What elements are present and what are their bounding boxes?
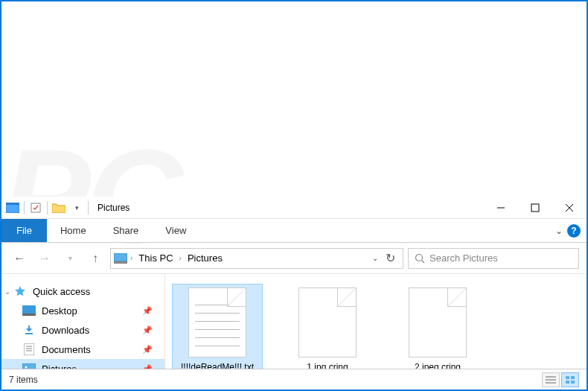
chevron-down-icon[interactable]: ⌄ — [4, 287, 10, 296]
svg-rect-1 — [6, 203, 19, 205]
file-name-label: 2.jpeg.cring — [415, 362, 461, 369]
star-icon — [13, 284, 27, 298]
svg-rect-12 — [22, 314, 36, 316]
ribbon: File Home Share View ⌄ ? — [1, 219, 587, 243]
sidebar-item-pictures[interactable]: Pictures 📌 — [1, 359, 164, 369]
titlebar: ▾ Pictures — [1, 197, 587, 219]
ribbon-expand-icon[interactable]: ⌄ — [555, 226, 563, 236]
sidebar-item-label: Quick access — [33, 286, 90, 297]
file-item[interactable]: !!!!deReadMe!!!.txt — [173, 284, 262, 369]
file-tab[interactable]: File — [1, 219, 47, 242]
svg-rect-11 — [22, 305, 36, 314]
svg-rect-39 — [571, 381, 575, 384]
pictures-icon — [22, 362, 36, 369]
folder-icon[interactable] — [51, 200, 67, 216]
location-icon — [114, 252, 127, 265]
sidebar-item-downloads[interactable]: Downloads 📌 — [1, 320, 164, 340]
item-count: 7 items — [9, 375, 38, 385]
close-button[interactable] — [552, 197, 587, 219]
minimize-button[interactable] — [484, 197, 518, 219]
file-name-label: !!!!deReadMe!!!.txt — [181, 362, 254, 369]
chevron-right-icon[interactable]: › — [178, 254, 183, 262]
desktop-icon — [22, 304, 36, 317]
forward-button[interactable]: → — [34, 248, 55, 269]
sidebar-item-documents[interactable]: Documents 📌 — [1, 340, 164, 359]
explorer-window: PC risk.com ▾ Pictures File Home — [1, 1, 587, 390]
blank-file-icon — [298, 287, 357, 357]
sidebar-quick-access[interactable]: ⌄ Quick access — [1, 282, 164, 301]
details-view-button[interactable] — [542, 372, 560, 387]
svg-rect-14 — [24, 343, 34, 355]
downloads-icon — [22, 323, 36, 337]
address-bar[interactable]: › This PC › Pictures ⌄ ↻ — [110, 248, 403, 269]
svg-line-10 — [422, 260, 425, 263]
window-title: Pictures — [98, 203, 130, 213]
explorer-app-icon[interactable] — [4, 200, 21, 216]
file-list[interactable]: !!!!deReadMe!!!.txt1.jpg.cring2.jpeg.cri… — [165, 274, 587, 369]
file-name-label: 1.jpg.cring — [307, 362, 348, 369]
icons-view-button[interactable] — [561, 372, 579, 387]
search-input[interactable] — [429, 252, 572, 264]
recent-dropdown[interactable]: ▾ — [60, 248, 80, 269]
address-row: ← → ▾ ↑ › This PC › Pictures ⌄ ↻ — [1, 243, 587, 274]
sidebar-item-label: Desktop — [42, 305, 77, 317]
svg-rect-38 — [566, 381, 569, 384]
quick-access-toolbar: ▾ — [1, 200, 93, 216]
statusbar: 7 items — [1, 369, 587, 390]
svg-rect-8 — [114, 261, 127, 264]
help-icon[interactable]: ? — [567, 224, 581, 238]
tab-home[interactable]: Home — [47, 219, 100, 242]
address-dropdown-icon[interactable]: ⌄ — [372, 254, 378, 262]
svg-point-9 — [416, 254, 423, 261]
blank-file-icon — [409, 287, 467, 357]
svg-rect-36 — [566, 376, 569, 379]
sidebar-item-label: Pictures — [42, 363, 77, 369]
properties-icon[interactable] — [28, 200, 44, 216]
svg-rect-4 — [531, 204, 539, 212]
documents-icon — [22, 343, 36, 356]
sidebar-item-desktop[interactable]: Desktop 📌 — [1, 301, 164, 320]
window-controls — [484, 197, 587, 219]
main-area: ⌄ Quick access Desktop 📌 Downloads 📌 Doc — [1, 274, 587, 369]
up-button[interactable]: ↑ — [85, 248, 106, 269]
navigation-pane: ⌄ Quick access Desktop 📌 Downloads 📌 Doc — [1, 274, 165, 369]
sidebar-item-label: Downloads — [42, 325, 89, 336]
svg-rect-13 — [25, 333, 33, 334]
pin-icon: 📌 — [142, 306, 153, 316]
breadcrumb-label: Pictures — [188, 252, 223, 264]
breadcrumb-this-pc[interactable]: This PC — [135, 252, 176, 264]
file-item[interactable]: 1.jpg.cring — [283, 284, 372, 369]
svg-rect-37 — [571, 376, 575, 379]
tab-view[interactable]: View — [152, 219, 199, 242]
maximize-button[interactable] — [518, 197, 552, 219]
chevron-right-icon[interactable]: › — [129, 254, 134, 262]
qat-dropdown-icon[interactable]: ▾ — [68, 200, 85, 216]
breadcrumb-label: This PC — [138, 252, 173, 264]
refresh-icon[interactable]: ↻ — [386, 251, 395, 265]
svg-rect-18 — [22, 363, 36, 369]
sidebar-item-label: Documents — [42, 344, 91, 355]
search-box[interactable] — [408, 248, 579, 269]
file-item[interactable]: 2.jpeg.cring — [393, 284, 482, 369]
pin-icon: 📌 — [142, 325, 153, 335]
back-button[interactable]: ← — [9, 248, 30, 269]
svg-rect-7 — [114, 253, 127, 261]
search-icon — [415, 253, 425, 264]
breadcrumb-pictures[interactable]: Pictures — [185, 252, 226, 264]
tab-share[interactable]: Share — [100, 219, 153, 242]
text-file-icon — [188, 287, 246, 357]
pin-icon: 📌 — [142, 345, 153, 355]
